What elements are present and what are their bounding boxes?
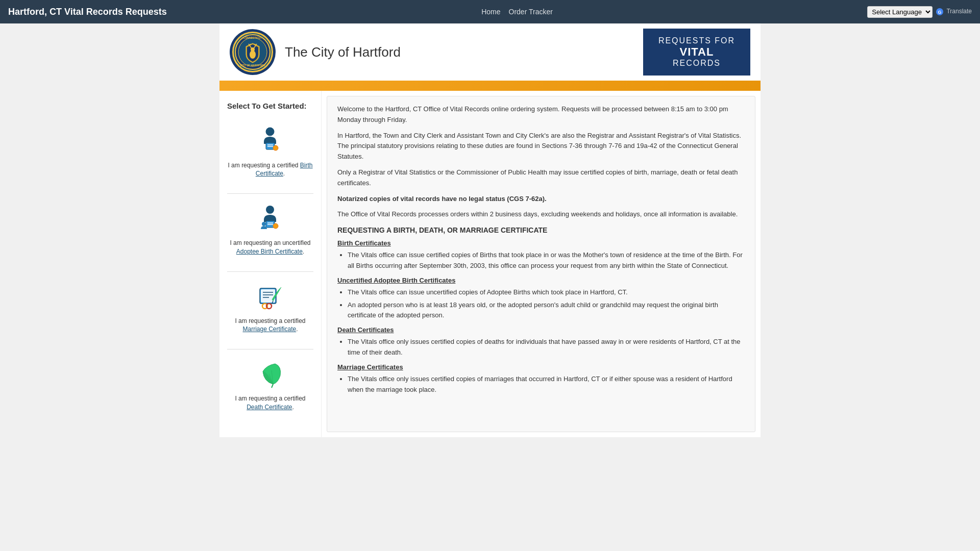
adoptee-bullet-2: An adopted person who is at least 18 yea… — [348, 300, 745, 321]
intro-p4: The Office of Vital Records processes or… — [337, 209, 745, 220]
svg-point-23 — [273, 223, 278, 229]
adoptee-cert-link[interactable]: Adoptee Birth Certificate — [236, 248, 303, 255]
death-heading: Death Certificates — [337, 326, 745, 334]
sidebar-divider-1 — [227, 193, 313, 194]
city-seal: CITY OF HARTFORD CONNECTICUT — [230, 29, 276, 75]
navbar-brand[interactable]: Hartford, CT Vital Records Requests — [8, 7, 167, 17]
sidebar-title: Select To Get Started: — [227, 101, 313, 111]
birth-bullet-1: The Vitals office can issue certified co… — [348, 250, 745, 271]
svg-point-24 — [262, 222, 266, 226]
language-select[interactable]: Select Language — [867, 6, 933, 18]
header-banner: CITY OF HARTFORD CONNECTICUT The City of… — [219, 23, 761, 81]
navbar: Hartford, CT Vital Records Requests Home… — [0, 0, 980, 23]
marriage-heading: Marriage Certificates — [337, 363, 745, 371]
sidebar-item-death[interactable]: I am requesting a certified Death Certif… — [227, 355, 313, 417]
sidebar-birth-text: I am requesting a certified Birth Certif… — [227, 161, 313, 179]
intro-p2: In Hartford, the Town and City Clerk and… — [337, 131, 745, 162]
svg-text:CONNECTICUT: CONNECTICUT — [243, 36, 262, 39]
intro-p3: Only a Registrar of Vital Statistics or … — [337, 167, 745, 189]
birth-cert-icon — [253, 121, 288, 157]
death-bullet-1: The Vitals office only issues certified … — [348, 337, 745, 358]
sidebar-item-marriage[interactable]: I am requesting a certified Marriage Cer… — [227, 277, 313, 339]
death-list: The Vitals office only issues certified … — [348, 337, 745, 358]
navbar-links: Home Order Tracker — [481, 8, 553, 16]
svg-point-19 — [266, 206, 274, 214]
marriage-bullet-1: The Vitals office only issues certified … — [348, 374, 745, 395]
birth-certs-list: The Vitals office can issue certified co… — [348, 250, 745, 271]
sidebar-marriage-text: I am requesting a certified Marriage Cer… — [227, 317, 313, 334]
header-right: REQUESTS FOR VITAL RECORDS — [643, 29, 750, 76]
nav-order-tracker[interactable]: Order Tracker — [509, 8, 553, 16]
adoptee-bullet-1: The Vitals office can issue uncertified … — [348, 287, 745, 298]
svg-text:CITY OF HARTFORD: CITY OF HARTFORD — [240, 64, 265, 67]
svg-point-18 — [273, 145, 278, 151]
section-title: REQUESTING A BIRTH, DEATH, OR MARRIAGE C… — [337, 226, 745, 234]
sidebar-divider-2 — [227, 271, 313, 272]
sidebar-item-birth[interactable]: I am requesting a certified Birth Certif… — [227, 121, 313, 184]
sidebar-divider-3 — [227, 349, 313, 349]
city-name: The City of Hartford — [285, 44, 401, 60]
svg-text:G: G — [938, 10, 942, 15]
nav-home[interactable]: Home — [481, 8, 500, 16]
body-layout: Select To Get Started: I am request — [219, 91, 761, 437]
city-seal-svg: CITY OF HARTFORD CONNECTICUT — [235, 34, 271, 70]
google-translate-label: G Translate — [936, 8, 972, 16]
svg-point-4 — [250, 51, 256, 59]
adoptee-list: The Vitals office can issue uncertified … — [348, 287, 745, 321]
sidebar-item-adoptee[interactable]: I am requesting an uncertified Adoptee B… — [227, 199, 313, 261]
records-label: RECORDS — [673, 59, 721, 68]
sidebar-adoptee-text: I am requesting an uncertified Adoptee B… — [227, 239, 313, 256]
main-content: Welcome to the Hartford, CT Office of Vi… — [327, 96, 755, 432]
marriage-list: The Vitals office only issues certified … — [348, 374, 745, 395]
birth-certs-heading: Birth Certificates — [337, 239, 745, 247]
svg-point-14 — [266, 128, 274, 136]
svg-line-33 — [272, 384, 273, 388]
page-wrapper: CITY OF HARTFORD CONNECTICUT The City of… — [219, 23, 761, 437]
navbar-right: Select Language G Translate — [867, 6, 972, 18]
requests-for-label: REQUESTS FOR — [658, 36, 735, 45]
gold-bar — [219, 81, 761, 91]
marriage-cert-icon — [253, 277, 288, 313]
sidebar-death-text: I am requesting a certified Death Certif… — [227, 394, 313, 412]
notice-bold: Notarized copies of vital records have n… — [337, 194, 745, 205]
marriage-cert-link[interactable]: Marriage Certificate — [242, 325, 296, 333]
city-seal-inner: CITY OF HARTFORD CONNECTICUT — [232, 32, 273, 72]
vital-label: VITAL — [680, 45, 714, 59]
death-cert-link[interactable]: Death Certificate — [247, 404, 292, 411]
sidebar: Select To Get Started: I am request — [219, 91, 322, 437]
google-icon: G — [936, 8, 944, 16]
death-cert-icon — [253, 355, 288, 390]
adoptee-cert-icon — [253, 199, 288, 235]
header-left: CITY OF HARTFORD CONNECTICUT The City of… — [230, 29, 643, 76]
intro-p1: Welcome to the Hartford, CT Office of Vi… — [337, 104, 745, 126]
adoptee-heading: Uncertified Adoptee Birth Certificates — [337, 277, 745, 284]
